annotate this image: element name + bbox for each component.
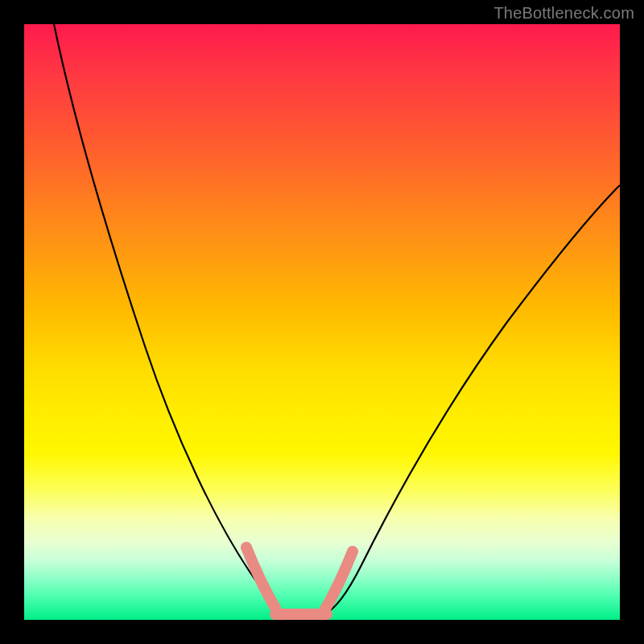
- highlight-left: [246, 547, 275, 608]
- chart-frame: TheBottleneck.com: [0, 0, 644, 644]
- bottleneck-curve-path: [54, 24, 620, 619]
- watermark-text: TheBottleneck.com: [493, 4, 634, 23]
- plot-area: [24, 24, 620, 620]
- bottleneck-curve-svg: [24, 24, 620, 620]
